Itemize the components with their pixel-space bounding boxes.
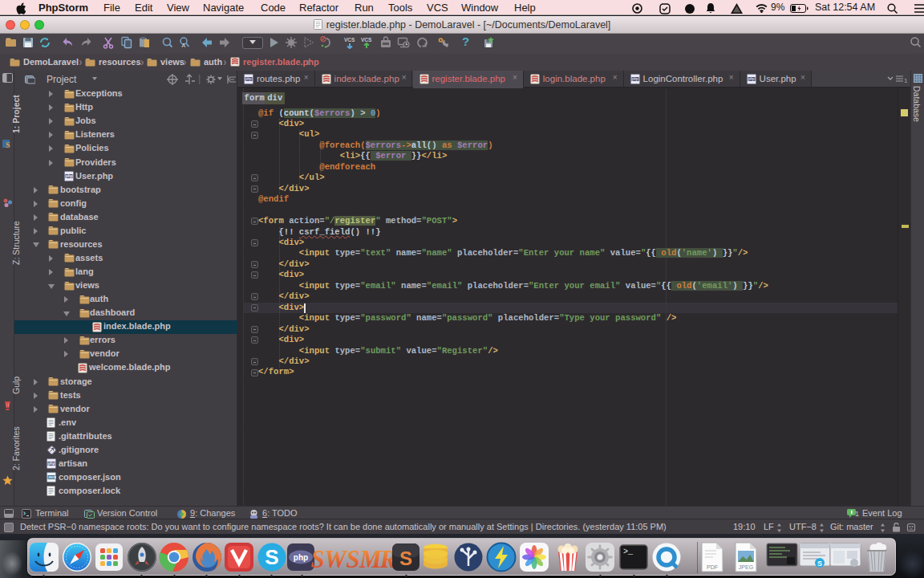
svg-text:>_: >_ <box>623 547 634 556</box>
svg-text:1: 1 <box>904 77 907 83</box>
svg-text:S: S <box>399 547 412 569</box>
svg-text:S: S <box>6 140 10 149</box>
svg-text:php: php <box>632 77 638 81</box>
svg-text:S: S <box>265 545 278 569</box>
svg-text:S: S <box>817 559 822 567</box>
svg-text:JPEG: JPEG <box>739 564 753 570</box>
svg-text:php: php <box>245 77 252 81</box>
svg-text:php: php <box>66 174 72 178</box>
svg-text:VCS: VCS <box>344 37 355 43</box>
svg-text:PDF: PDF <box>707 564 718 570</box>
svg-text:php: php <box>748 77 755 81</box>
svg-text:VCS: VCS <box>361 37 372 43</box>
svg-text:A: A <box>182 43 186 48</box>
svg-text:php: php <box>48 462 55 466</box>
svg-text:JSON: JSON <box>48 476 56 480</box>
